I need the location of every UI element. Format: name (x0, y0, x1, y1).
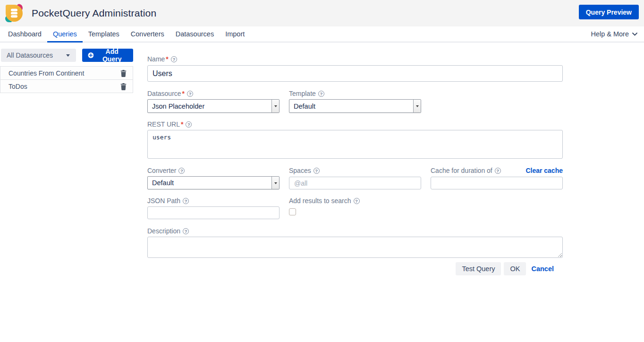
template-label: Template? (289, 90, 421, 97)
converter-select-value: Default (152, 179, 174, 187)
help-icon[interactable]: ? (314, 168, 320, 174)
delete-query-icon[interactable] (120, 83, 127, 90)
app-header: PocketQuery Administration Query Preview (0, 0, 644, 26)
query-sidebar: All Datasources Add Query Countries From… (0, 43, 133, 93)
select-arrow-icon (271, 100, 279, 112)
query-list: Countries From Continent ToDos (0, 66, 133, 93)
datasource-select-value: Json Placeholder (152, 103, 204, 110)
spaces-input[interactable] (289, 177, 421, 189)
ok-button[interactable]: OK (504, 262, 526, 275)
add-results-to-search-checkbox[interactable] (289, 208, 296, 215)
cancel-link[interactable]: Cancel (531, 265, 554, 273)
template-select[interactable]: Default (289, 99, 421, 113)
database-icon (10, 8, 18, 18)
query-list-item[interactable]: ToDos (0, 80, 133, 93)
rest-url-textarea[interactable]: users (147, 130, 563, 159)
query-name: ToDos (8, 83, 120, 90)
required-mark: * (182, 90, 185, 97)
query-list-item[interactable]: Countries From Continent (0, 67, 133, 80)
required-mark: * (181, 120, 183, 128)
page-title: PocketQuery Administration (32, 8, 156, 19)
rest-url-label: REST URL*? (147, 120, 563, 128)
help-icon[interactable]: ? (178, 168, 185, 174)
name-label: Name*? (147, 55, 563, 63)
select-arrow-icon (413, 100, 421, 112)
template-select-value: Default (294, 103, 315, 110)
json-path-label: JSON Path? (147, 197, 280, 205)
tab-datasources[interactable]: Datasources (170, 26, 220, 43)
add-query-label: Add Query (96, 48, 127, 63)
cache-duration-input[interactable] (431, 177, 563, 189)
test-query-button[interactable]: Test Query (456, 262, 501, 275)
cache-label: Cache for duration of? Clear cache (431, 167, 563, 174)
help-icon[interactable]: ? (187, 91, 193, 97)
help-icon[interactable]: ? (171, 56, 177, 62)
clear-cache-link[interactable]: Clear cache (525, 167, 563, 174)
tab-converters[interactable]: Converters (125, 26, 170, 43)
add-query-button[interactable]: Add Query (82, 49, 133, 62)
tab-dashboard[interactable]: Dashboard (2, 26, 47, 43)
datasource-filter-value: All Datasources (7, 51, 53, 59)
delete-query-icon[interactable] (120, 69, 127, 77)
description-textarea[interactable] (147, 237, 563, 258)
query-preview-button[interactable]: Query Preview (579, 5, 639, 19)
datasource-select[interactable]: Json Placeholder (147, 99, 280, 113)
converter-select[interactable]: Default (147, 176, 280, 189)
json-path-input[interactable] (147, 206, 280, 219)
help-icon[interactable]: ? (186, 121, 192, 128)
help-and-more-menu[interactable]: Help & More (591, 26, 637, 42)
add-results-to-search-label: Add results to search? (289, 197, 421, 205)
datasource-filter-select[interactable]: All Datasources (1, 49, 76, 62)
help-and-more-label: Help & More (591, 30, 629, 38)
description-label: Description? (147, 227, 563, 235)
plus-circle-icon (88, 52, 94, 59)
help-icon[interactable]: ? (495, 168, 501, 174)
help-icon[interactable]: ? (183, 228, 189, 234)
pocketquery-logo-icon (5, 4, 23, 22)
query-edit-form: Name*? Datasource*? Json Placeholder Tem… (147, 47, 563, 275)
spaces-label: Spaces? (289, 167, 421, 174)
chevron-down-icon (632, 33, 637, 36)
help-icon[interactable]: ? (354, 198, 360, 204)
name-input[interactable] (147, 65, 563, 82)
tab-templates[interactable]: Templates (83, 26, 125, 43)
caret-down-icon (66, 54, 70, 59)
help-icon[interactable]: ? (183, 198, 189, 204)
admin-nav: Dashboard Queries Templates Converters D… (0, 26, 644, 43)
query-name: Countries From Continent (8, 69, 120, 77)
tab-import[interactable]: Import (220, 26, 250, 43)
converter-label: Converter? (147, 167, 280, 174)
required-mark: * (166, 55, 168, 63)
tab-queries[interactable]: Queries (47, 26, 83, 43)
help-icon[interactable]: ? (318, 91, 324, 97)
select-arrow-icon (271, 177, 279, 189)
datasource-label: Datasource*? (147, 90, 280, 97)
